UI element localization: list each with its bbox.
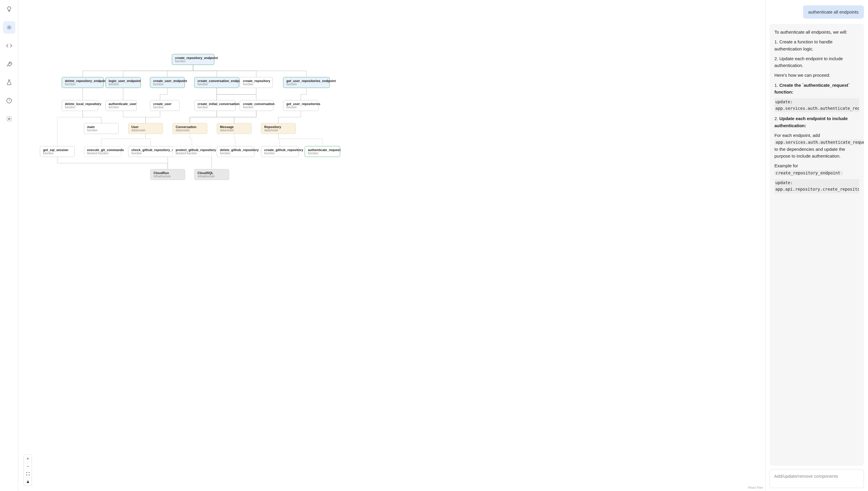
gear-icon[interactable] [3,113,16,125]
node-Repository[interactable]: Repositorydatamodel [261,123,296,134]
assistant-heading2: 2. Update each endpoint to include authe… [775,115,859,129]
node-title: User [131,125,160,129]
node-User[interactable]: Userdatamodel [128,123,163,134]
node-title: get_sql_session [43,148,72,152]
node-subtitle: function [243,106,270,109]
zoom-out-button[interactable]: − [24,462,32,470]
node-title: CloudRun [153,171,182,175]
fit-view-button[interactable] [24,470,32,478]
lightbulb-icon[interactable] [3,3,16,16]
node-subtitle: datamodel [264,129,292,132]
node-Message[interactable]: Messagedatamodel [217,123,252,134]
node-subtitle: function [220,152,251,155]
node-create_repository_endpoint[interactable]: create_repository_endpointfunction [172,54,214,65]
node-authenticate_user[interactable]: authenticate_userfunction [105,100,137,111]
node-protect_github_repository[interactable]: protect_github_repositoryblocked functio… [172,146,212,157]
node-title: create_repository_endpoint [175,56,211,60]
node-subtitle: function [65,83,101,86]
node-create_user[interactable]: create_userfunction [150,100,179,111]
node-title: protect_github_repository [176,148,209,152]
assistant-heading1: 1. Create the `authenticate_request` fun… [775,82,859,96]
node-title: get_user_repositories_endpoint [286,79,327,83]
node-subtitle: function [153,106,176,109]
node-subtitle: function [109,83,138,86]
canvas-area[interactable]: create_repository_endpointfunctiondelete… [18,0,765,491]
node-subtitle: function [109,106,134,109]
assistant-intro: To authenticate all endpoints, we will: [775,29,859,35]
node-subtitle: blocked function [176,152,209,155]
sidebar [0,0,18,491]
flask-icon[interactable] [3,76,16,88]
node-title: create_user_endpoint [153,79,181,83]
node-title: delete_repository_endpoint [65,79,101,83]
code-block-1: update: app.services.auth.authenticate_r… [775,98,859,112]
node-get_user_repositories[interactable]: get_user_repositoriesfunction [283,100,318,111]
node-get_user_repositories_endpoint[interactable]: get_user_repositories_endpointfunction [283,77,330,88]
node-title: main [87,125,115,129]
user-message-bubble: authenticate all endpoints [803,5,864,19]
node-subtitle: function [153,83,181,86]
focus-icon[interactable] [3,21,16,34]
node-subtitle: infrastructure [153,175,182,178]
node-subtitle: function [243,83,270,86]
node-delete_repository_endpoint[interactable]: delete_repository_endpointfunction [62,77,104,88]
node-delete_github_repository[interactable]: delete_github_repositoryfunction [217,146,254,157]
node-check_github_repository_exists[interactable]: check_github_repository_existsfunction [128,146,173,157]
assistant-proceed: Here's how we can proceed: [775,72,859,79]
lock-button[interactable] [24,478,32,485]
node-execute_git_commands[interactable]: execute_git_commandsblocked function [84,146,121,157]
alert-icon[interactable] [3,94,16,107]
edges-layer [18,0,765,491]
node-title: Message [220,125,248,129]
node-delete_local_repository[interactable]: delete_local_repositoryfunction [62,100,98,111]
node-subtitle: function [264,152,296,155]
svg-point-3 [8,118,10,120]
node-subtitle: datamodel [220,129,248,132]
node-CloudSQL[interactable]: CloudSQLinfrastructure [194,169,229,180]
assistant-para2: For each endpoint, add app.services.auth… [775,132,859,159]
chat-input[interactable]: Add/update/remove components [770,469,864,488]
assistant-step2: 2. Update each endpoint to include authe… [775,55,859,69]
node-title: create_repository [243,79,270,83]
node-title: delete_github_repository [220,148,251,152]
node-create_initial_conversations[interactable]: create_initial_conversationsfunction [194,100,235,111]
node-title: get_user_repositories [286,102,315,106]
node-subtitle: function [308,152,337,155]
node-create_github_repository[interactable]: create_github_repositoryfunction [261,146,299,157]
node-get_sql_session[interactable]: get_sql_sessionfunction [40,146,75,157]
node-subtitle: function [43,152,72,155]
code-icon[interactable] [3,39,16,52]
node-title: create_conversation_endpoint [197,79,236,83]
assistant-step1: 1. Create a function to handle authentic… [775,38,859,52]
node-title: create_conversation [243,102,270,106]
node-title: Repository [264,125,292,129]
node-title: create_initial_conversations [197,102,232,106]
node-subtitle: function [286,106,315,109]
node-login_user_endpoint[interactable]: login_user_endpointfunction [105,77,141,88]
node-title: CloudSQL [197,171,226,175]
node-Conversation[interactable]: Conversationdatamodel [172,123,207,134]
node-subtitle: function [197,106,232,109]
node-title: execute_git_commands [87,148,118,152]
zoom-in-button[interactable]: + [24,455,32,462]
node-subtitle: datamodel [176,129,204,132]
node-subtitle: blocked function [87,152,118,155]
node-CloudRun[interactable]: CloudRuninfrastructure [150,169,185,180]
node-title: check_github_repository_exists [131,148,170,152]
svg-rect-4 [27,482,29,483]
node-title: create_github_repository [264,148,296,152]
node-create_repository[interactable]: create_repositoryfunction [240,77,273,88]
node-create_conversation_endpoint[interactable]: create_conversation_endpointfunction [194,77,239,88]
node-subtitle: infrastructure [197,175,226,178]
node-create_conversation[interactable]: create_conversationfunction [240,100,273,111]
node-create_user_endpoint[interactable]: create_user_endpointfunction [150,77,185,88]
node-subtitle: function [175,60,211,63]
node-title: create_user [153,102,176,106]
flow-controls: + − [24,455,32,486]
code-block-2: update: app.api.repository.create_reposi… [775,179,859,193]
node-authenticate_request[interactable]: authenticate_requestfunction [305,146,340,157]
node-main[interactable]: mainfunction [84,123,119,134]
rocket-icon[interactable] [3,58,16,70]
node-title: delete_local_repository [65,102,95,106]
node-title: login_user_endpoint [109,79,138,83]
